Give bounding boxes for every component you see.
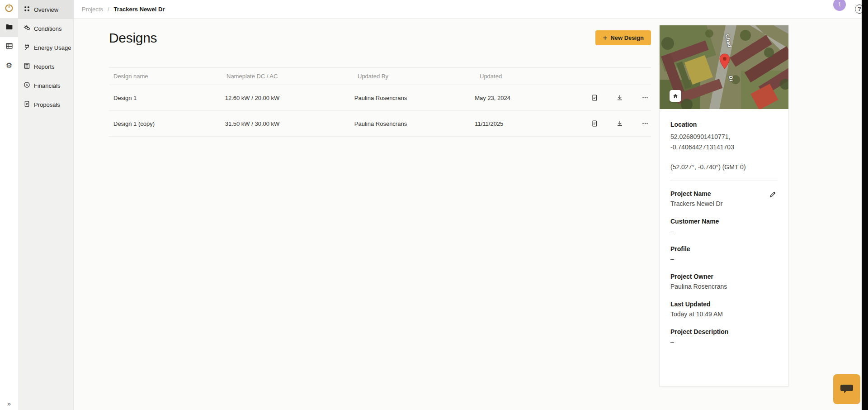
sidebar-expand-button[interactable]: »: [0, 400, 18, 407]
pencil-icon: [769, 191, 777, 198]
column-header-updated-by: Updated By: [358, 73, 480, 80]
screen-edge-strip: [862, 0, 868, 410]
map-home-button[interactable]: [670, 90, 681, 102]
project-sidebar: Overview Conditions Energy Usage: [18, 0, 74, 410]
chat-bubble-icon: [840, 383, 854, 395]
dollar-circle-icon: $: [24, 81, 30, 90]
power-logo-icon: [4, 3, 14, 15]
sidebar-item-label: Overview: [34, 6, 58, 13]
edit-project-button[interactable]: [767, 188, 778, 200]
sun-cloud-icon: [24, 24, 30, 33]
design-name-cell[interactable]: Design 1 (copy): [109, 120, 225, 127]
download-icon[interactable]: [614, 92, 626, 104]
top-bar: Projects / Trackers Newel Dr 1 ?: [74, 0, 868, 19]
folder-icon: [5, 23, 13, 33]
customer-name-label: Customer Name: [670, 218, 778, 225]
sidebar-item-label: Conditions: [34, 25, 61, 32]
rail-item-projects[interactable]: [0, 18, 18, 37]
sidebar-item-reports[interactable]: Reports: [18, 57, 73, 76]
profile-label: Profile: [670, 245, 778, 253]
nameplate-cell: 31.50 kW / 30.00 kW: [225, 120, 354, 127]
breadcrumb: Projects / Trackers Newel Dr: [82, 0, 165, 19]
main-content: Designs + New Design Design name Namepla…: [74, 19, 659, 410]
more-icon[interactable]: [639, 92, 651, 104]
location-label: Location: [670, 121, 778, 128]
column-header-nameplate: Nameplate DC / AC: [226, 73, 358, 80]
chat-widget-button[interactable]: [833, 374, 860, 404]
updated-by-cell: Paulina Rosencrans: [354, 95, 475, 101]
location-coordinates-line1: 52.02680901410771,: [670, 132, 778, 142]
project-name-label: Project Name: [670, 190, 778, 197]
sidebar-item-proposals[interactable]: Proposals: [18, 95, 73, 114]
gear-icon: ⚙: [6, 62, 12, 69]
download-icon[interactable]: [614, 118, 626, 129]
project-description-value: –: [670, 338, 778, 345]
icon-rail: ⚙ »: [0, 0, 18, 410]
document-icon: [24, 100, 30, 109]
project-name-value: Trackers Newel Dr: [670, 200, 778, 207]
profile-field: Profile –: [670, 245, 778, 262]
svg-text:$: $: [26, 83, 28, 87]
location-section: Location 52.02680901410771, -0.740644271…: [670, 121, 778, 171]
customer-name-value: –: [670, 228, 778, 235]
location-coordinates-line2: -0.7406442713141703: [670, 142, 778, 153]
sidebar-item-label: Reports: [34, 63, 55, 70]
location-rounded-coordinates: (52.027°, -0.740°) (GMT 0): [670, 163, 778, 171]
rail-item-settings[interactable]: ⚙: [0, 56, 18, 75]
project-owner-label: Project Owner: [670, 273, 778, 280]
updated-cell: 11/11/2025: [475, 120, 582, 127]
project-description-label: Project Description: [670, 328, 778, 335]
project-map[interactable]: Chad Dr: [660, 25, 788, 109]
project-description-field: Project Description –: [670, 328, 778, 345]
breadcrumb-projects-link[interactable]: Projects: [82, 6, 103, 13]
nameplate-cell: 12.60 kW / 20.00 kW: [225, 95, 354, 101]
designs-table: Design name Nameplate DC / AC Updated By…: [109, 67, 651, 137]
app-logo[interactable]: [0, 0, 18, 18]
user-avatar[interactable]: 1: [833, 0, 846, 11]
breadcrumb-separator: /: [108, 6, 109, 13]
table-row[interactable]: Design 1 12.60 kW / 20.00 kW Paulina Ros…: [109, 85, 651, 111]
project-details-panel: Chad Dr Location 52.02680901410771, -0.7…: [659, 25, 789, 386]
table-row[interactable]: Design 1 (copy) 31.50 kW / 30.00 kW Paul…: [109, 111, 651, 137]
panel-divider: [670, 181, 778, 181]
sidebar-item-conditions[interactable]: Conditions: [18, 19, 73, 38]
last-updated-value: Today at 10:49 AM: [670, 310, 778, 318]
more-icon[interactable]: [639, 118, 651, 129]
report-file-icon[interactable]: [589, 118, 600, 129]
home-icon: [672, 93, 679, 99]
updated-by-cell: Paulina Rosencrans: [354, 120, 475, 127]
customer-name-field: Customer Name –: [670, 218, 778, 235]
plug-icon: [24, 43, 30, 52]
page-title: Designs: [109, 30, 157, 46]
breadcrumb-current-project: Trackers Newel Dr: [114, 6, 165, 13]
new-design-button-label: New Design: [610, 34, 644, 41]
sidebar-item-financials[interactable]: $ Financials: [18, 76, 73, 95]
project-owner-value: Paulina Rosencrans: [670, 283, 778, 290]
project-owner-field: Project Owner Paulina Rosencrans: [670, 273, 778, 290]
design-name-cell[interactable]: Design 1: [109, 95, 225, 101]
map-pin-icon: [719, 53, 731, 70]
sidebar-item-label: Proposals: [34, 101, 60, 108]
new-design-button[interactable]: + New Design: [595, 30, 651, 45]
sidebar-item-energy-usage[interactable]: Energy Usage: [18, 38, 73, 57]
grid-icon: [24, 5, 30, 14]
sidebar-item-label: Financials: [34, 82, 61, 89]
table-icon: [5, 42, 13, 52]
sidebar-item-label: Energy Usage: [34, 44, 71, 51]
report-icon: [24, 62, 30, 71]
sidebar-item-overview[interactable]: Overview: [18, 0, 73, 19]
last-updated-label: Last Updated: [670, 300, 778, 308]
plus-icon: +: [603, 34, 607, 42]
project-name-field: Project Name Trackers Newel Dr: [670, 190, 778, 207]
table-header-row: Design name Nameplate DC / AC Updated By…: [109, 68, 651, 85]
rail-item-tables[interactable]: [0, 37, 18, 56]
profile-value: –: [670, 255, 778, 262]
column-header-updated: Updated: [480, 73, 588, 80]
report-file-icon[interactable]: [589, 92, 600, 104]
column-header-design-name: Design name: [109, 73, 226, 80]
updated-cell: May 23, 2024: [475, 95, 582, 101]
last-updated-field: Last Updated Today at 10:49 AM: [670, 300, 778, 318]
street-label-bottom: Dr: [728, 75, 734, 82]
